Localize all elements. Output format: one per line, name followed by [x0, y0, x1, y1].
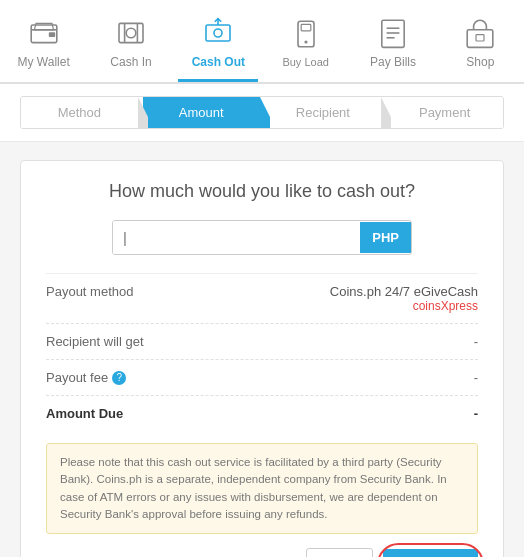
currency-badge: PHP [360, 222, 411, 253]
cash-out-card: How much would you like to cash out? PHP… [20, 160, 504, 557]
svg-rect-1 [48, 32, 54, 37]
info-table: Payout method Coins.ph 24/7 eGiveCash co… [46, 273, 478, 431]
recipient-row: Recipient will get - [46, 324, 478, 360]
buy-load-icon [288, 16, 324, 52]
cash-out-icon [200, 15, 236, 51]
amount-input-row: PHP [112, 220, 412, 255]
steps-container: Method Amount Recipient Payment [20, 96, 504, 129]
step-payment[interactable]: Payment [386, 97, 503, 128]
pay-bills-icon [375, 15, 411, 51]
amount-due-value: - [474, 406, 478, 421]
payout-name: Coins.ph 24/7 eGiveCash [330, 284, 478, 299]
payout-method-row: Payout method Coins.ph 24/7 eGiveCash co… [46, 274, 478, 324]
nav-label-cash-in: Cash In [110, 55, 151, 69]
fee-value: - [474, 370, 478, 385]
nav-item-cash-in[interactable]: Cash In [91, 10, 171, 82]
nav-label-buy-load: Buy Load [282, 56, 328, 68]
nav-label-shop: Shop [466, 55, 494, 69]
notice-text: Please note that this cash out service i… [60, 456, 447, 520]
shop-icon [462, 15, 498, 51]
step-amount[interactable]: Amount [143, 97, 260, 128]
back-button[interactable]: Back [306, 548, 373, 557]
card-title: How much would you like to cash out? [46, 181, 478, 202]
svg-rect-16 [467, 30, 493, 48]
amount-input[interactable] [113, 221, 360, 254]
nav-item-shop[interactable]: Shop [440, 10, 520, 82]
svg-point-3 [126, 28, 136, 38]
amount-due-row: Amount Due - [46, 396, 478, 431]
svg-rect-12 [382, 20, 404, 47]
payout-sub: coinsXpress [330, 299, 478, 313]
notice-box: Please note that this cash out service i… [46, 443, 478, 534]
main-content: How much would you like to cash out? PHP… [0, 142, 524, 557]
svg-point-7 [214, 29, 222, 37]
step-method[interactable]: Method [21, 97, 138, 128]
nav-label-pay-bills: Pay Bills [370, 55, 416, 69]
amount-due-label: Amount Due [46, 406, 123, 421]
actions: Back Next step [46, 548, 478, 557]
nav-item-cash-out[interactable]: Cash Out [178, 10, 258, 82]
recipient-value: - [474, 334, 478, 349]
next-button[interactable]: Next step [383, 549, 478, 557]
fee-help-icon[interactable]: ? [112, 371, 126, 385]
svg-rect-17 [476, 35, 484, 41]
fee-row: Payout fee ? - [46, 360, 478, 396]
recipient-label: Recipient will get [46, 334, 144, 349]
wallet-icon [26, 15, 62, 51]
top-navigation: My Wallet Cash In Cash Out [0, 0, 524, 84]
steps-wrapper: Method Amount Recipient Payment [0, 84, 524, 142]
nav-item-my-wallet[interactable]: My Wallet [4, 10, 84, 82]
next-button-wrapper: Next step [383, 549, 478, 557]
svg-point-11 [304, 40, 307, 43]
payout-method-label: Payout method [46, 284, 133, 299]
nav-item-pay-bills[interactable]: Pay Bills [353, 10, 433, 82]
step-recipient[interactable]: Recipient [265, 97, 382, 128]
fee-label: Payout fee ? [46, 370, 126, 385]
cash-in-icon [113, 15, 149, 51]
nav-label-cash-out: Cash Out [192, 55, 245, 69]
svg-rect-10 [301, 24, 311, 30]
svg-rect-2 [119, 23, 143, 42]
svg-rect-6 [206, 25, 230, 41]
nav-item-buy-load[interactable]: Buy Load [266, 11, 346, 81]
payout-method-value: Coins.ph 24/7 eGiveCash coinsXpress [330, 284, 478, 313]
nav-label-my-wallet: My Wallet [18, 55, 70, 69]
